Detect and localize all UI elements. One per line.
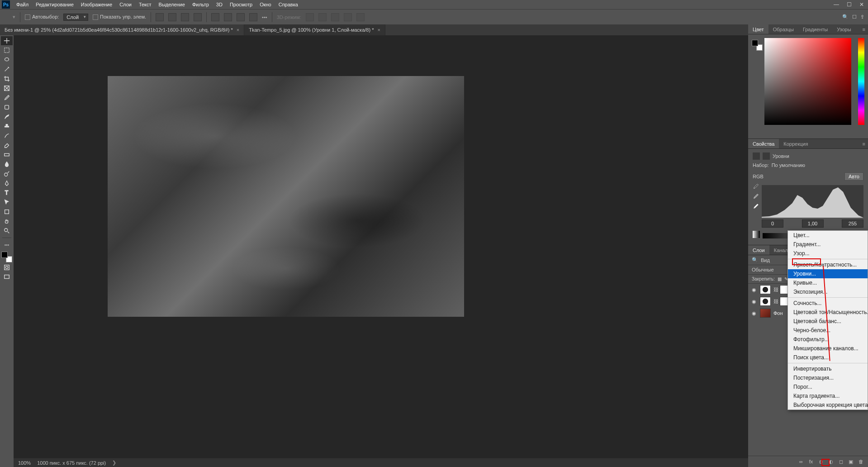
ctx-item-huesat[interactable]: Цветовой тон/Насыщенность...	[788, 308, 868, 317]
ctx-item-levels[interactable]: Уровни...	[788, 269, 868, 278]
ctx-item-selectivecolor[interactable]: Выборочная коррекция цвета...	[788, 400, 868, 410]
3d-pan-icon[interactable]	[331, 13, 339, 21]
menu-help[interactable]: Справка	[275, 2, 302, 7]
level-black-input[interactable]	[762, 219, 783, 228]
ctx-item-pattern[interactable]: Узор...	[788, 249, 868, 258]
workspace-icon[interactable]: ☐	[852, 14, 857, 20]
menu-select[interactable]: Выделение	[155, 2, 189, 7]
frame-tool[interactable]	[1, 84, 13, 93]
heal-tool[interactable]	[1, 103, 13, 112]
menu-edit[interactable]: Редактирование	[32, 2, 77, 7]
level-white-input[interactable]	[842, 219, 863, 228]
screenmode-icon[interactable]	[1, 272, 13, 281]
canvas[interactable]	[14, 35, 748, 458]
output-wb-icon[interactable]	[753, 231, 760, 238]
eraser-tool[interactable]	[1, 141, 13, 150]
text-tool[interactable]: T	[1, 188, 13, 197]
window-close-icon[interactable]: ✕	[855, 1, 868, 8]
brush-tool[interactable]	[1, 112, 13, 121]
ctx-item-gradient[interactable]: Градиент...	[788, 240, 868, 249]
zoom-tool[interactable]	[1, 226, 13, 235]
3d-roll-icon[interactable]	[318, 13, 327, 21]
menu-image[interactable]: Изображение	[77, 2, 116, 7]
link-layers-icon[interactable]: ∞	[797, 458, 805, 465]
lasso-tool[interactable]	[1, 55, 13, 64]
histogram[interactable]	[762, 185, 863, 218]
new-layer-icon[interactable]: ▣	[847, 458, 854, 465]
tab-layers[interactable]: Слои	[748, 245, 769, 255]
tab-swatches[interactable]: Образцы	[768, 24, 798, 34]
fg-bg-swatches[interactable]	[1, 252, 12, 262]
tab-color[interactable]: Цвет	[748, 24, 768, 34]
tab-adjustments[interactable]: Коррекция	[779, 139, 812, 148]
align-justify-icon[interactable]	[194, 13, 202, 21]
lock-pixels-icon[interactable]: ▦	[778, 276, 782, 281]
tab-doc-1[interactable]: Без имени-1 @ 25% (4d2afd0721b5d0ea46f84…	[0, 24, 244, 35]
fx-icon[interactable]: fx	[807, 458, 815, 465]
menu-text[interactable]: Текст	[135, 2, 155, 7]
ctx-item-curves[interactable]: Кривые...	[788, 278, 868, 287]
ctx-item-exposure[interactable]: Экспозиция...	[788, 287, 868, 296]
menu-filter[interactable]: Фильтр	[189, 2, 213, 7]
ctx-item-invert[interactable]: Инвертировать	[788, 364, 868, 373]
trash-icon[interactable]: 🗑	[857, 458, 864, 465]
align-right-icon[interactable]	[181, 13, 189, 21]
share-icon[interactable]: ⇪	[860, 14, 864, 20]
3d-slide-icon[interactable]	[344, 13, 352, 21]
ctx-item-channelmix[interactable]: Микширование каналов...	[788, 344, 868, 353]
ctx-item-brightness[interactable]: Яркость/Контрастность...	[788, 260, 868, 269]
pen-tool[interactable]	[1, 179, 13, 188]
color-field[interactable]	[764, 38, 851, 125]
color-fgbg[interactable]	[752, 40, 763, 51]
panel-menu-icon[interactable]: ≡	[860, 27, 868, 32]
menu-window[interactable]: Окно	[256, 2, 275, 7]
align-left-icon[interactable]	[156, 13, 164, 21]
dist-top-icon[interactable]	[211, 13, 219, 21]
eyedropper-white-icon[interactable]	[753, 203, 759, 210]
link-icon[interactable]: ⛓	[773, 299, 777, 304]
group-icon[interactable]: ◻	[837, 458, 844, 465]
gradient-tool[interactable]	[1, 150, 13, 159]
eyedropper-tool[interactable]	[1, 93, 13, 102]
ctx-item-colorlookup[interactable]: Поиск цвета...	[788, 353, 868, 362]
ctx-item-gradientmap[interactable]: Карта градиента...	[788, 391, 868, 400]
menu-layers[interactable]: Слои	[116, 2, 135, 7]
zoom-level[interactable]: 100%	[18, 460, 31, 466]
hue-slider[interactable]	[858, 38, 864, 125]
menu-3d[interactable]: 3D	[213, 2, 226, 7]
edit-toolbar-icon[interactable]: •••	[1, 240, 13, 249]
ctx-item-vibrance[interactable]: Сочность...	[788, 299, 868, 308]
preset-select[interactable]: По умолчанию	[772, 162, 863, 168]
link-icon[interactable]: ⛓	[773, 287, 777, 292]
menu-file[interactable]: Файл	[13, 2, 32, 7]
search-icon[interactable]: 🔍	[752, 257, 758, 263]
shape-tool[interactable]	[1, 207, 13, 216]
path-select-tool[interactable]	[1, 198, 13, 207]
window-maximize-icon[interactable]: ☐	[843, 1, 855, 8]
visibility-icon[interactable]: ◉	[751, 310, 757, 316]
level-mid-input[interactable]	[802, 219, 824, 228]
ctx-item-color[interactable]: Цвет...	[788, 231, 868, 240]
wand-tool[interactable]	[1, 65, 13, 74]
move-tool[interactable]	[1, 36, 13, 45]
3d-orbit-icon[interactable]	[306, 13, 314, 21]
tab-doc-2[interactable]: Tkan-Tempo_5.jpg @ 100% (Уровни 1, Слой-…	[244, 24, 385, 35]
eyedropper-gray-icon[interactable]	[753, 193, 759, 200]
marquee-tool[interactable]	[1, 46, 13, 55]
hand-tool[interactable]	[1, 217, 13, 226]
ctx-item-posterize[interactable]: Постеризация...	[788, 373, 868, 382]
autoselect-target-select[interactable]: Слой	[63, 14, 88, 21]
tab-close-icon[interactable]: ×	[237, 27, 239, 33]
show-controls-checkbox[interactable]: Показать упр. элем.	[93, 14, 146, 20]
search-icon[interactable]: 🔍	[842, 14, 849, 20]
tab-patterns[interactable]: Узоры	[832, 24, 855, 34]
layer-thumb[interactable]	[760, 285, 771, 294]
dist-bot-icon[interactable]	[237, 13, 245, 21]
layer-thumb[interactable]	[760, 297, 771, 306]
eyedropper-black-icon[interactable]	[753, 183, 759, 191]
channel-select[interactable]: RGB	[753, 174, 842, 179]
dist-mid-icon[interactable]	[224, 13, 232, 21]
tab-properties[interactable]: Свойства	[748, 139, 779, 148]
status-expand-icon[interactable]: ❯	[112, 460, 116, 466]
visibility-icon[interactable]: ◉	[751, 299, 757, 305]
